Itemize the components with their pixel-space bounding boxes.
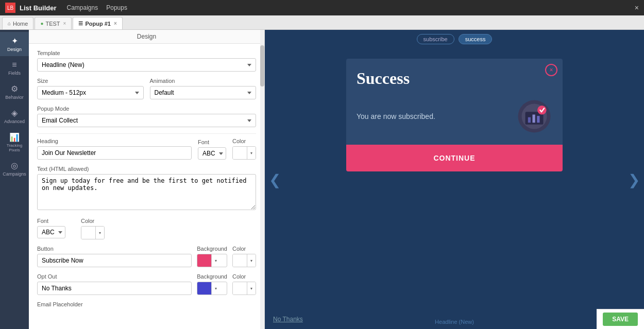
opt-out-label: Opt Out [37, 273, 192, 280]
sidebar-label-campaigns: Campaigns [3, 171, 26, 177]
opt-out-color-arrow: ▾ [247, 282, 256, 295]
sidebar-label-fields: Fields [8, 71, 21, 76]
campaigns-icon: ◎ [11, 161, 18, 170]
scroll-thumb [260, 45, 264, 86]
email-placeholder-field: Email Placeholder [37, 301, 256, 307]
popup-icon: ☰ [78, 21, 83, 26]
button-color-label: Color [232, 246, 256, 252]
sidebar-item-behavior[interactable]: ⚙ Behavior [0, 80, 29, 104]
sidebar-label-advanced: Advanced [4, 119, 25, 124]
sidebar-item-advanced[interactable]: ◈ Advanced [0, 104, 29, 128]
text-color-button[interactable]: ▾ [81, 226, 105, 239]
sidebar-label-tracking: TrackingPixels [7, 143, 22, 152]
heading-color-button[interactable]: ▾ [232, 146, 256, 160]
preview-header: subscribe success [265, 30, 644, 48]
heading-color-swatch [233, 146, 247, 160]
size-animation-row: Size Medium - 512px Small - 320px Large … [37, 78, 256, 99]
size-select[interactable]: Medium - 512px Small - 320px Large - 720… [37, 86, 144, 99]
button-label: Button [37, 246, 192, 252]
nav-popups[interactable]: Popups [106, 4, 127, 11]
opt-out-text-input[interactable] [37, 282, 192, 295]
no-thanks-link[interactable]: No Thanks [273, 316, 303, 323]
heading-input[interactable] [37, 146, 192, 160]
popup-mode-field: Popup Mode Email Collect Information Onl… [37, 106, 256, 127]
sidebar-label-design: Design [7, 47, 22, 52]
scroll-track[interactable] [260, 30, 264, 329]
opt-out-label-field: Opt Out [37, 273, 192, 295]
popup-continue-button[interactable]: CONTINUE [346, 145, 563, 171]
popup-mode-select[interactable]: Email Collect Information Only [37, 114, 256, 127]
tab-bar: ⌂ Home ● TEST × ☰ Popup #1 × [0, 15, 644, 30]
sidebar-item-tracking[interactable]: 📊 TrackingPixels [0, 128, 29, 157]
text-font-select[interactable]: ABC [37, 226, 65, 238]
text-field: Text (HTML allowed) Sign up today for fr… [37, 166, 256, 212]
button-color-swatch [233, 254, 247, 267]
template-select[interactable]: Headline (New) Classic Minimal [37, 58, 256, 72]
text-color-label: Color [81, 218, 105, 224]
button-bg-label: Background [197, 246, 227, 252]
save-button[interactable]: SAVE [603, 313, 638, 326]
animation-label: Animation [150, 78, 257, 84]
heading-color-arrow: ▾ [247, 146, 256, 160]
test-icon: ● [40, 21, 43, 26]
svg-rect-5 [537, 116, 539, 123]
text-label: Text (HTML allowed) [37, 166, 256, 172]
tab-home[interactable]: ⌂ Home [2, 17, 33, 29]
heading-font-field: Font ABC [198, 139, 226, 160]
text-font-color-row: Font ABC Color ▾ [37, 218, 256, 239]
animation-select[interactable]: Default Fade Slide [150, 86, 257, 99]
tab-popup1-label: Popup #1 [85, 21, 111, 27]
size-field: Size Medium - 512px Small - 320px Large … [37, 78, 144, 99]
sidebar-label-behavior: Behavior [5, 95, 24, 100]
tab-popup1[interactable]: ☰ Popup #1 × [73, 17, 122, 29]
popup-text: You are now subscribed. [357, 112, 510, 120]
opt-out-bg-label: Background [197, 273, 227, 280]
left-panel: Design Template Headline (New) Classic M… [29, 30, 265, 329]
tab-test[interactable]: ● TEST × [35, 17, 72, 29]
text-font-label: Font [37, 218, 65, 224]
heading-font-select[interactable]: ABC [198, 147, 226, 160]
preview-tab-subscribe[interactable]: subscribe [417, 34, 454, 44]
preview-nav-right[interactable]: ❯ [628, 171, 640, 188]
opt-out-bg-button[interactable]: ▾ [197, 282, 227, 295]
top-bar: LB List Builder Campaigns Popups × [0, 0, 644, 15]
design-icon: ✦ [11, 36, 18, 46]
tab-test-close[interactable]: × [63, 21, 66, 26]
tab-popup1-close[interactable]: × [114, 21, 117, 26]
button-config: Button Background ▾ Color [37, 246, 256, 267]
tab-home-label: Home [13, 21, 28, 27]
opt-out-color-field: Color ▾ [232, 273, 256, 295]
preview-nav-left[interactable]: ❮ [269, 171, 281, 188]
nav-campaigns[interactable]: Campaigns [67, 4, 98, 11]
button-color-field: Color ▾ [232, 246, 256, 267]
popup-close-button[interactable]: × [545, 64, 557, 76]
animation-field: Animation Default Fade Slide [150, 78, 257, 99]
opt-out-bg-field: Background ▾ [197, 273, 227, 295]
popup-body: You are now subscribed. [346, 93, 563, 145]
home-icon: ⌂ [8, 21, 11, 26]
popup-card: × Success You are now subscribed. CONTIN [346, 59, 563, 171]
text-textarea[interactable]: Sign up today for free and be the first … [37, 174, 256, 210]
app-title: List Builder [20, 4, 57, 12]
button-bg-button[interactable]: ▾ [197, 254, 227, 267]
design-tab-header: Design [29, 30, 264, 44]
button-color-button[interactable]: ▾ [232, 254, 256, 267]
heading-font-label: Font [198, 139, 226, 145]
heading-color-field: Color ▾ [232, 138, 256, 160]
opt-out-color-label: Color [232, 273, 256, 280]
opt-out-color-button[interactable]: ▾ [232, 282, 256, 295]
button-label-field: Button [37, 246, 192, 267]
size-label: Size [37, 78, 144, 84]
app-logo: LB [5, 3, 15, 13]
popup-heading: Success [346, 59, 563, 93]
sidebar-item-campaigns[interactable]: ◎ Campaigns [0, 157, 29, 181]
sidebar-item-design[interactable]: ✦ Design [0, 32, 29, 56]
sidebar-item-fields[interactable]: ≡ Fields [0, 56, 29, 80]
window-close-button[interactable]: × [635, 4, 639, 12]
button-color-arrow: ▾ [247, 254, 256, 267]
button-bg-swatch [197, 254, 212, 267]
tracking-icon: 📊 [9, 132, 20, 142]
opt-out-color-swatch [233, 282, 247, 295]
preview-tab-success[interactable]: success [459, 34, 493, 44]
button-text-input[interactable] [37, 254, 192, 267]
